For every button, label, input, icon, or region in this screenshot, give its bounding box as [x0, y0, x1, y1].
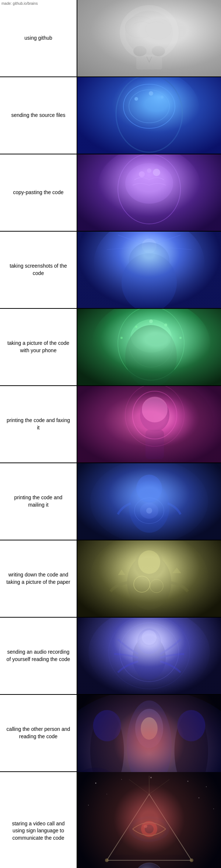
- svg-point-42: [179, 337, 182, 339]
- svg-point-11: [129, 90, 169, 123]
- text-panel: printing the code and faxing it: [0, 386, 77, 462]
- svg-line-27: [118, 235, 149, 246]
- svg-rect-34: [77, 309, 221, 385]
- meme-text: printing the code and mailing it: [6, 494, 71, 508]
- svg-point-4: [145, 19, 171, 39]
- svg-rect-8: [77, 77, 221, 154]
- svg-point-20: [139, 171, 145, 177]
- meme-row: printing the code and faxing it: [0, 386, 221, 463]
- svg-point-82: [135, 709, 163, 748]
- svg-line-28: [149, 246, 192, 250]
- brain-image-1: [77, 0, 221, 76]
- svg-point-50: [125, 386, 184, 446]
- meme-row: using github: [0, 0, 221, 77]
- svg-point-32: [122, 253, 177, 308]
- watermark-text: made: github.io/brains: [1, 1, 38, 6]
- meme-text: taking screenshots of the code: [6, 262, 71, 277]
- svg-point-21: [153, 169, 160, 176]
- svg-point-46: [96, 386, 214, 462]
- svg-point-65: [150, 579, 163, 593]
- svg-rect-48: [145, 430, 164, 459]
- svg-point-33: [129, 242, 169, 279]
- svg-point-90: [187, 781, 189, 782]
- svg-point-92: [106, 794, 107, 794]
- svg-point-69: [88, 618, 210, 694]
- svg-rect-86: [77, 772, 221, 868]
- svg-point-63: [138, 550, 160, 574]
- meme-text: sending an audio recording of yourself r…: [6, 649, 71, 663]
- svg-point-2: [125, 11, 173, 55]
- meme-row: taking screenshots of the code: [0, 232, 221, 309]
- svg-point-44: [125, 325, 177, 385]
- text-panel: taking screenshots of the code: [0, 232, 77, 308]
- svg-point-58: [146, 508, 152, 514]
- meme-row: calling the other person and reading the…: [0, 695, 221, 772]
- svg-point-96: [83, 772, 215, 868]
- brain-image-8: [77, 540, 221, 617]
- svg-point-35: [92, 309, 210, 385]
- meme-row: staring a video call and using sign lang…: [0, 772, 221, 868]
- svg-point-104: [135, 863, 163, 868]
- svg-marker-66: [118, 569, 125, 575]
- meme-row: writing down the code and taking a pictu…: [0, 540, 221, 618]
- svg-point-62: [135, 549, 163, 579]
- svg-point-18: [118, 154, 180, 224]
- svg-point-89: [150, 777, 152, 778]
- svg-marker-98: [114, 801, 184, 855]
- svg-point-60: [90, 540, 208, 617]
- svg-point-109: [105, 858, 109, 862]
- svg-point-31: [145, 242, 154, 250]
- meme-row: taking a picture of the code with your p…: [0, 309, 221, 386]
- svg-point-105: [135, 863, 163, 868]
- text-panel: sending the source files: [0, 77, 77, 154]
- text-panel: calling the other person and reading the…: [0, 695, 77, 771]
- svg-point-72: [142, 630, 157, 645]
- svg-marker-67: [172, 568, 181, 573]
- svg-point-88: [121, 779, 122, 780]
- meme-text: using github: [24, 35, 52, 42]
- svg-point-102: [145, 825, 154, 833]
- svg-rect-5: [136, 57, 162, 69]
- svg-point-3: [125, 16, 155, 38]
- svg-rect-16: [77, 154, 221, 231]
- svg-rect-52: [77, 463, 221, 540]
- svg-point-110: [190, 858, 193, 862]
- svg-point-54: [129, 481, 169, 533]
- svg-line-107: [149, 779, 169, 794]
- svg-rect-45: [77, 386, 221, 462]
- meme-container: made: github.io/brains using github: [0, 0, 221, 868]
- text-panel: taking a picture of the code with your p…: [0, 309, 77, 385]
- svg-point-43: [120, 337, 123, 339]
- svg-point-36: [118, 309, 184, 380]
- brain-image-9: [77, 618, 221, 694]
- svg-point-101: [141, 821, 157, 837]
- svg-point-83: [141, 717, 158, 740]
- brain-image-3: [77, 154, 221, 231]
- svg-point-61: [127, 555, 171, 610]
- svg-point-12: [116, 77, 182, 152]
- svg-point-64: [134, 576, 150, 592]
- meme-text: printing the code and faxing it: [6, 417, 71, 431]
- svg-point-100: [133, 819, 166, 839]
- svg-point-78: [93, 710, 121, 741]
- meme-text: taking a picture of the code with your p…: [6, 340, 71, 354]
- brain-image-6: [77, 386, 221, 462]
- meme-text: copy-pasting the code: [13, 189, 64, 196]
- svg-point-49: [133, 391, 177, 439]
- svg-point-6: [133, 46, 147, 56]
- svg-rect-23: [77, 232, 221, 308]
- text-panel: staring a video call and using sign lang…: [0, 772, 77, 868]
- svg-point-93: [199, 797, 200, 799]
- svg-point-95: [213, 808, 214, 809]
- svg-point-87: [95, 783, 97, 784]
- svg-point-22: [147, 168, 151, 173]
- text-panel: copy-pasting the code: [0, 154, 77, 231]
- svg-point-13: [134, 97, 138, 101]
- svg-point-41: [149, 319, 153, 323]
- svg-point-9: [110, 77, 199, 145]
- brain-image-7: [77, 463, 221, 540]
- meme-row: copy-pasting the code: [0, 154, 221, 232]
- brain-image-5: [77, 309, 221, 385]
- meme-text: calling the other person and reading the…: [6, 726, 71, 740]
- svg-rect-0: [77, 0, 221, 76]
